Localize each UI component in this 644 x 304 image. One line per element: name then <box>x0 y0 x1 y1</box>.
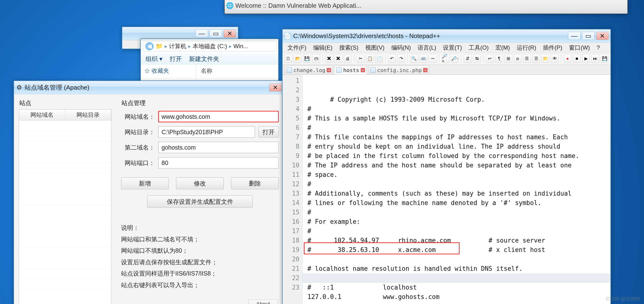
breadcrumb-item[interactable]: Win... <box>234 43 248 50</box>
undo-icon[interactable]: ↶ <box>388 54 396 63</box>
chevron-icon: ▸ <box>165 43 167 49</box>
code-area[interactable]: # Copyright (c) 1993-2009 Microsoft Corp… <box>302 75 610 304</box>
sync-v-icon[interactable]: ⇵ <box>464 54 471 63</box>
dir-input[interactable]: C:\PhpStudy2018\PHP <box>158 126 255 138</box>
open-dir-button[interactable]: 打开 <box>258 126 279 138</box>
open-button[interactable]: 打开 <box>170 55 182 63</box>
close-tab-icon[interactable]: × <box>361 68 365 72</box>
sync-h-icon[interactable]: ⇆ <box>473 54 481 63</box>
breadcrumb-item[interactable]: 计算机 <box>169 42 186 50</box>
domain-input[interactable]: www.gohosts.com <box>158 111 279 122</box>
tab-changelog[interactable]: change.log × <box>284 65 333 74</box>
menu-window[interactable]: 窗口(W) <box>566 43 593 52</box>
toolbar-separator <box>483 54 484 63</box>
record-icon[interactable]: ● <box>564 54 572 63</box>
breadcrumb-item[interactable]: 本地磁盘 (C:) <box>193 42 227 50</box>
saveall-icon[interactable]: 🗃 <box>312 54 320 63</box>
grid-header-domain[interactable]: 网站域名 <box>19 110 65 120</box>
savemacro-icon[interactable]: 💾 <box>601 54 608 63</box>
menu-search[interactable]: 搜索(S) <box>336 43 362 52</box>
apache-right-pane: 站点管理 网站域名： www.gohosts.com 网站目录： C:\PhpS… <box>116 94 284 304</box>
maximize-button[interactable]: ▭ <box>582 32 594 40</box>
nav-back-icon[interactable]: ◀ <box>146 42 154 50</box>
close-button[interactable]: ✕ <box>269 83 282 91</box>
bg-browser-title: Welcome :: Damn Vulnerable Web Applicati… <box>235 2 362 9</box>
goto-icon[interactable]: ⤳ <box>429 54 436 63</box>
menu-encoding[interactable]: 编码(N) <box>388 43 414 52</box>
menu-language[interactable]: 语言(L) <box>415 43 439 52</box>
tab-config[interactable]: config.inc.php × <box>368 65 429 74</box>
favorites-item[interactable]: ☆ 收藏夹 <box>144 67 192 75</box>
grid-rows[interactable] <box>19 120 111 304</box>
save-config-button[interactable]: 保存设置并生成配置文件 <box>147 196 253 208</box>
organize-menu[interactable]: 组织 ▾ <box>146 55 162 63</box>
toolbar-separator <box>461 54 461 63</box>
menu-plugins[interactable]: 插件(P) <box>540 43 565 52</box>
site-grid[interactable]: 网站域名 网站目录 <box>19 109 112 304</box>
npp-toolbar: 🗋 📂 💾 🗃 🗙 🗙 🖨 ✂ 📋 📄 ↶ ↷ 🔍 ab ⤳ 🔎+ 🔎- ⇵ <box>282 53 610 64</box>
paste-icon[interactable]: 📄 <box>375 54 383 63</box>
wordwrap-icon[interactable]: ↩ <box>486 54 494 63</box>
copy-icon[interactable]: 📋 <box>366 54 374 63</box>
about-tab[interactable]: About <box>248 300 278 304</box>
delete-button[interactable]: 删除 <box>231 177 279 189</box>
monitor-icon[interactable]: 👁 <box>551 54 558 63</box>
second-domain-input[interactable]: gohosts.com <box>158 142 279 153</box>
menu-macro[interactable]: 宏(M) <box>492 43 513 52</box>
menu-edit[interactable]: 编辑(E) <box>310 43 336 52</box>
allchars-icon[interactable]: ¶ <box>495 54 503 63</box>
menu-view[interactable]: 视图(V) <box>362 43 388 52</box>
open-icon[interactable]: 📂 <box>294 54 302 63</box>
apache-titlebar[interactable]: ⚙ 站点域名管理 (Apache) ✕ <box>14 81 284 94</box>
current-line-highlight <box>302 274 610 283</box>
closeall-icon[interactable]: 🗙 <box>334 54 342 63</box>
port-label: 网站端口： <box>121 159 155 167</box>
play-icon[interactable]: ▶ <box>582 54 590 63</box>
folderasws-icon[interactable]: 📁 <box>542 54 549 63</box>
menu-tools[interactable]: 工具(O) <box>466 43 492 52</box>
desc-line: 站点右键列表可以导入导出； <box>121 280 279 291</box>
print-icon[interactable]: 🖨 <box>344 54 352 63</box>
redo-icon[interactable]: ↷ <box>397 54 405 63</box>
menu-run[interactable]: 运行(R) <box>514 43 539 52</box>
close-doc-icon[interactable]: 🗙 <box>325 54 333 63</box>
close-tab-icon[interactable]: × <box>423 68 428 72</box>
npp-titlebar[interactable]: 📄 C:\Windows\System32\drivers\etc\hosts … <box>282 29 610 43</box>
save-icon[interactable]: 💾 <box>303 54 311 63</box>
menu-help[interactable]: ? <box>594 43 603 52</box>
playrepeat-icon[interactable]: ⏭ <box>592 54 599 63</box>
folder-icon: 📁 <box>156 43 163 50</box>
docmap-icon[interactable]: ☰ <box>523 54 531 63</box>
tab-hosts[interactable]: hosts × <box>334 65 366 74</box>
new-icon[interactable]: 🗋 <box>284 54 292 63</box>
minimize-button[interactable]: — <box>568 32 580 40</box>
close-button[interactable]: ✕ <box>596 32 608 40</box>
menu-file[interactable]: 文件(F) <box>284 43 309 52</box>
npp-icon: 📄 <box>284 33 291 39</box>
replace-icon[interactable]: ab <box>420 54 427 63</box>
npp-title: C:\Windows\System32\drivers\etc\hosts - … <box>293 32 440 40</box>
zoomin-icon[interactable]: 🔎+ <box>442 54 450 63</box>
indentguide-icon[interactable]: ⊞ <box>504 54 512 63</box>
zoomout-icon[interactable]: 🔎- <box>451 54 458 63</box>
newfolder-button[interactable]: 新建文件夹 <box>189 55 219 63</box>
minimize-button[interactable]: — <box>196 29 208 37</box>
doc-icon <box>287 67 292 73</box>
npp-editor[interactable]: 1 2 3 4 5 6 7 8 9 10 11 12 13 14 15 16 1… <box>282 75 610 304</box>
add-button[interactable]: 新增 <box>121 177 169 189</box>
maximize-button[interactable]: ▭ <box>210 29 222 37</box>
manage-group-label: 站点管理 <box>122 99 279 107</box>
breadcrumb[interactable]: ◀ 📁 ▸ 计算机 ▸ 本地磁盘 (C:) ▸ Win... <box>143 41 276 51</box>
menu-settings[interactable]: 设置(T) <box>440 43 465 52</box>
funclist-icon[interactable]: ☰ <box>532 54 540 63</box>
cut-icon[interactable]: ✂ <box>356 54 364 63</box>
close-button[interactable]: ✕ <box>224 29 236 37</box>
udl-icon[interactable]: ⧈ <box>514 54 522 63</box>
edit-button[interactable]: 修改 <box>176 177 224 189</box>
close-tab-icon[interactable]: × <box>327 68 331 72</box>
grid-header-dir[interactable]: 网站目录 <box>65 110 111 120</box>
find-icon[interactable]: 🔍 <box>410 54 418 63</box>
port-input[interactable]: 80 <box>158 157 279 169</box>
stop-icon[interactable]: ■ <box>573 54 580 63</box>
column-header[interactable]: 名称 <box>201 67 274 75</box>
